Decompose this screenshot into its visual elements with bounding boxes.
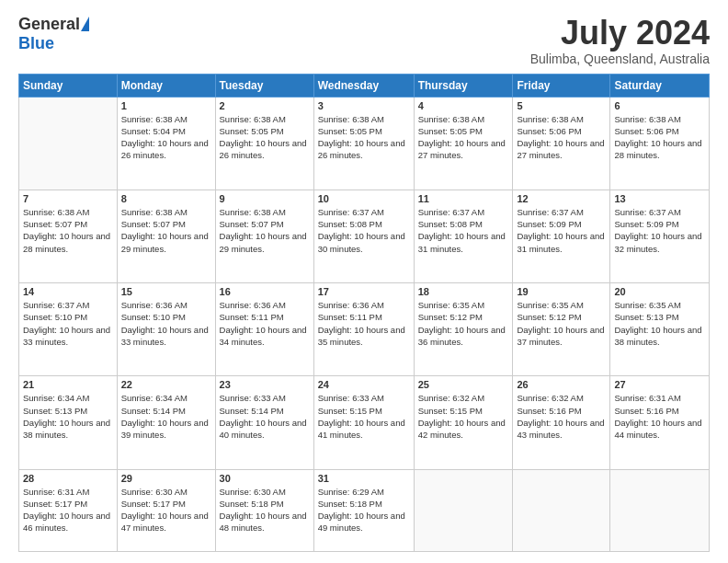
day-number: 22 (121, 379, 211, 390)
day-info: Sunrise: 6:35 AMSunset: 5:12 PMDaylight:… (517, 299, 606, 348)
logo-triangle-icon (81, 17, 89, 31)
calendar-cell: 19Sunrise: 6:35 AMSunset: 5:12 PMDayligh… (513, 283, 610, 376)
calendar-cell: 8Sunrise: 6:38 AMSunset: 5:07 PMDaylight… (117, 190, 215, 282)
day-info: Sunrise: 6:38 AMSunset: 5:07 PMDaylight:… (220, 206, 310, 255)
calendar-week-row: 1Sunrise: 6:38 AMSunset: 5:04 PMDaylight… (19, 97, 710, 190)
calendar-cell: 7Sunrise: 6:38 AMSunset: 5:07 PMDaylight… (19, 190, 118, 282)
day-info: Sunrise: 6:38 AMSunset: 5:07 PMDaylight:… (23, 206, 113, 255)
day-number: 28 (23, 473, 113, 484)
day-info: Sunrise: 6:30 AMSunset: 5:18 PMDaylight:… (220, 486, 310, 534)
calendar-cell: 21Sunrise: 6:34 AMSunset: 5:13 PMDayligh… (19, 376, 118, 469)
calendar-cell: 2Sunrise: 6:38 AMSunset: 5:05 PMDaylight… (215, 97, 313, 190)
calendar-cell: 23Sunrise: 6:33 AMSunset: 5:14 PMDayligh… (215, 376, 313, 469)
location: Bulimba, Queensland, Australia (530, 52, 710, 66)
calendar-week-row: 7Sunrise: 6:38 AMSunset: 5:07 PMDaylight… (19, 190, 710, 282)
day-info: Sunrise: 6:37 AMSunset: 5:08 PMDaylight:… (318, 206, 410, 255)
calendar-week-row: 14Sunrise: 6:37 AMSunset: 5:10 PMDayligh… (19, 283, 710, 376)
day-number: 14 (23, 286, 113, 297)
day-info: Sunrise: 6:38 AMSunset: 5:05 PMDaylight:… (418, 113, 509, 162)
calendar-cell: 31Sunrise: 6:29 AMSunset: 5:18 PMDayligh… (313, 469, 414, 551)
calendar-header-wednesday: Wednesday (313, 74, 414, 97)
day-info: Sunrise: 6:34 AMSunset: 5:14 PMDaylight:… (121, 392, 211, 441)
day-info: Sunrise: 6:36 AMSunset: 5:11 PMDaylight:… (220, 299, 310, 348)
day-number: 25 (418, 379, 509, 390)
day-number: 7 (23, 193, 113, 204)
calendar-table: SundayMondayTuesdayWednesdayThursdayFrid… (18, 74, 710, 552)
day-number: 4 (418, 100, 509, 111)
header: General Blue July 2024 Bulimba, Queensla… (18, 15, 710, 66)
day-number: 19 (517, 286, 606, 297)
day-info: Sunrise: 6:38 AMSunset: 5:04 PMDaylight:… (121, 113, 211, 162)
day-number: 20 (614, 286, 705, 297)
day-number: 17 (318, 286, 410, 297)
day-info: Sunrise: 6:38 AMSunset: 5:06 PMDaylight:… (517, 113, 606, 162)
calendar-cell: 17Sunrise: 6:36 AMSunset: 5:11 PMDayligh… (313, 283, 414, 376)
day-info: Sunrise: 6:32 AMSunset: 5:16 PMDaylight:… (517, 392, 606, 441)
day-number: 21 (23, 379, 113, 390)
month-title: July 2024 (530, 15, 710, 52)
calendar-cell: 27Sunrise: 6:31 AMSunset: 5:16 PMDayligh… (610, 376, 710, 469)
calendar-cell: 6Sunrise: 6:38 AMSunset: 5:06 PMDaylight… (610, 97, 710, 190)
calendar-week-row: 21Sunrise: 6:34 AMSunset: 5:13 PMDayligh… (19, 376, 710, 469)
calendar-cell: 11Sunrise: 6:37 AMSunset: 5:08 PMDayligh… (414, 190, 513, 282)
calendar-header-friday: Friday (513, 74, 610, 97)
calendar-header-row: SundayMondayTuesdayWednesdayThursdayFrid… (19, 74, 710, 97)
day-number: 26 (517, 379, 606, 390)
day-number: 9 (220, 193, 310, 204)
calendar-cell: 5Sunrise: 6:38 AMSunset: 5:06 PMDaylight… (513, 97, 610, 190)
day-info: Sunrise: 6:33 AMSunset: 5:14 PMDaylight:… (220, 392, 310, 441)
day-info: Sunrise: 6:37 AMSunset: 5:09 PMDaylight:… (517, 206, 606, 255)
day-number: 24 (318, 379, 410, 390)
day-number: 6 (614, 100, 705, 111)
day-number: 2 (220, 100, 310, 111)
logo: General Blue (18, 15, 89, 53)
calendar-cell: 22Sunrise: 6:34 AMSunset: 5:14 PMDayligh… (117, 376, 215, 469)
day-info: Sunrise: 6:38 AMSunset: 5:05 PMDaylight:… (318, 113, 410, 162)
calendar-cell: 15Sunrise: 6:36 AMSunset: 5:10 PMDayligh… (117, 283, 215, 376)
day-number: 23 (220, 379, 310, 390)
day-info: Sunrise: 6:33 AMSunset: 5:15 PMDaylight:… (318, 392, 410, 441)
logo-general-text: General (18, 15, 80, 34)
calendar-header-monday: Monday (117, 74, 215, 97)
day-info: Sunrise: 6:30 AMSunset: 5:17 PMDaylight:… (121, 486, 211, 534)
day-info: Sunrise: 6:36 AMSunset: 5:11 PMDaylight:… (318, 299, 410, 348)
day-number: 8 (121, 193, 211, 204)
calendar-header-tuesday: Tuesday (215, 74, 313, 97)
day-info: Sunrise: 6:34 AMSunset: 5:13 PMDaylight:… (23, 392, 113, 441)
day-info: Sunrise: 6:38 AMSunset: 5:05 PMDaylight:… (220, 113, 310, 162)
calendar-cell: 9Sunrise: 6:38 AMSunset: 5:07 PMDaylight… (215, 190, 313, 282)
day-info: Sunrise: 6:29 AMSunset: 5:18 PMDaylight:… (318, 486, 410, 534)
day-info: Sunrise: 6:37 AMSunset: 5:09 PMDaylight:… (614, 206, 705, 255)
calendar-week-row: 28Sunrise: 6:31 AMSunset: 5:17 PMDayligh… (19, 469, 710, 551)
page: General Blue July 2024 Bulimba, Queensla… (0, 0, 728, 563)
calendar-cell: 12Sunrise: 6:37 AMSunset: 5:09 PMDayligh… (513, 190, 610, 282)
calendar-cell: 3Sunrise: 6:38 AMSunset: 5:05 PMDaylight… (313, 97, 414, 190)
calendar-cell: 20Sunrise: 6:35 AMSunset: 5:13 PMDayligh… (610, 283, 710, 376)
calendar-cell (414, 469, 513, 551)
day-info: Sunrise: 6:38 AMSunset: 5:06 PMDaylight:… (614, 113, 705, 162)
calendar-cell: 13Sunrise: 6:37 AMSunset: 5:09 PMDayligh… (610, 190, 710, 282)
day-info: Sunrise: 6:32 AMSunset: 5:15 PMDaylight:… (418, 392, 509, 441)
calendar-cell: 29Sunrise: 6:30 AMSunset: 5:17 PMDayligh… (117, 469, 215, 551)
day-number: 1 (121, 100, 211, 111)
logo-blue-text: Blue (18, 34, 54, 53)
calendar-cell: 18Sunrise: 6:35 AMSunset: 5:12 PMDayligh… (414, 283, 513, 376)
day-info: Sunrise: 6:35 AMSunset: 5:12 PMDaylight:… (418, 299, 509, 348)
calendar-header-thursday: Thursday (414, 74, 513, 97)
day-info: Sunrise: 6:31 AMSunset: 5:16 PMDaylight:… (614, 392, 705, 441)
calendar-cell (513, 469, 610, 551)
day-info: Sunrise: 6:31 AMSunset: 5:17 PMDaylight:… (23, 486, 113, 534)
day-number: 12 (517, 193, 606, 204)
day-number: 30 (220, 473, 310, 484)
day-number: 3 (318, 100, 410, 111)
day-info: Sunrise: 6:38 AMSunset: 5:07 PMDaylight:… (121, 206, 211, 255)
day-info: Sunrise: 6:37 AMSunset: 5:08 PMDaylight:… (418, 206, 509, 255)
day-number: 31 (318, 473, 410, 484)
day-number: 11 (418, 193, 509, 204)
day-number: 29 (121, 473, 211, 484)
calendar-cell: 1Sunrise: 6:38 AMSunset: 5:04 PMDaylight… (117, 97, 215, 190)
calendar-cell: 30Sunrise: 6:30 AMSunset: 5:18 PMDayligh… (215, 469, 313, 551)
day-number: 15 (121, 286, 211, 297)
day-info: Sunrise: 6:35 AMSunset: 5:13 PMDaylight:… (614, 299, 705, 348)
calendar-cell: 28Sunrise: 6:31 AMSunset: 5:17 PMDayligh… (19, 469, 118, 551)
